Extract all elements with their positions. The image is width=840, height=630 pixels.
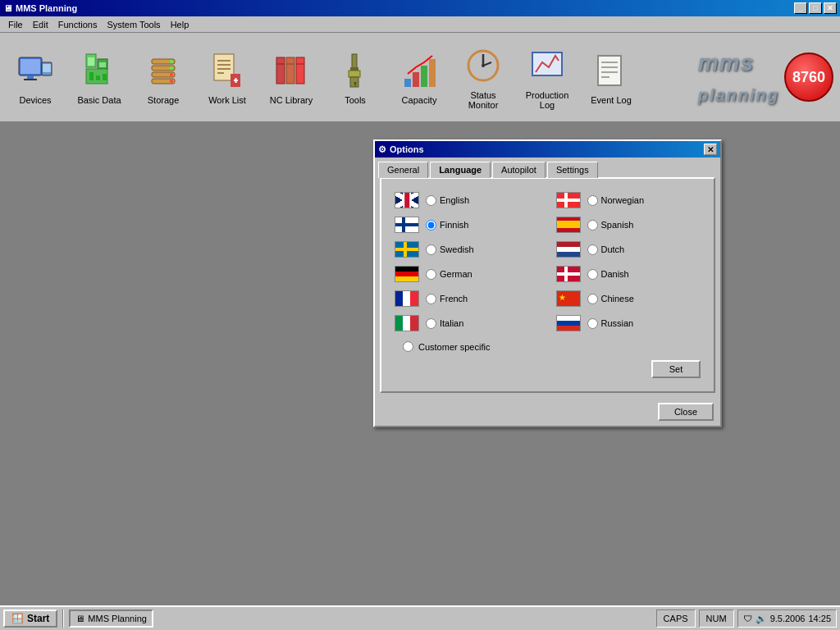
flag-danish [556, 266, 581, 282]
tools-icon [334, 49, 377, 92]
sys-tray-icon2: 🔊 [756, 614, 767, 624]
lang-danish-radio-label[interactable]: Danish [587, 269, 629, 280]
capacity-label: Capacity [402, 95, 437, 105]
menu-system-tools[interactable]: System Tools [102, 18, 165, 31]
menu-help[interactable]: Help [166, 18, 194, 31]
menu-edit[interactable]: Edit [28, 18, 53, 31]
status-monitor-icon [462, 44, 504, 87]
tab-settings[interactable]: Settings [547, 162, 598, 178]
customer-specific-row: Customer specific [395, 341, 701, 352]
lang-swedish-radio-label[interactable]: Swedish [426, 244, 474, 255]
minimize-button[interactable]: _ [794, 2, 807, 14]
production-log-label: Production Log [522, 90, 573, 110]
toolbar-work-list[interactable]: Work List [199, 46, 256, 108]
lang-norwegian-radio-label[interactable]: Norwegian [587, 195, 645, 206]
flag-chinese [556, 290, 581, 307]
title-bar: 🖥 MMS Planning _ □ ✕ [0, 0, 840, 16]
lang-dutch-radio-label[interactable]: Dutch [587, 244, 625, 255]
radio-dutch[interactable] [587, 244, 598, 255]
options-dialog: ⚙ Options ✕ General Language Autopilot S… [373, 139, 722, 427]
close-button[interactable]: ✕ [824, 2, 837, 14]
toolbar-devices[interactable]: Devices [7, 46, 64, 108]
start-label: Start [27, 613, 49, 624]
app-icon: 🖥 [3, 3, 12, 13]
menu-file[interactable]: File [3, 18, 28, 31]
radio-swedish[interactable] [426, 244, 436, 255]
nc-library-label: NC Library [270, 95, 313, 105]
sys-tray: 🛡 🔊 9.5.2006 14:25 [737, 609, 837, 628]
tab-autopilot[interactable]: Autopilot [492, 162, 546, 178]
lang-french: French [395, 290, 540, 307]
lang-dutch: Dutch [556, 241, 701, 258]
toolbar-tools[interactable]: Tools [326, 46, 384, 108]
toolbar-capacity[interactable]: Capacity [390, 46, 448, 108]
storage-label: Storage [148, 95, 180, 105]
dialog-close-icon[interactable]: ✕ [704, 144, 717, 155]
dialog-content: English Norwegian Finnish [380, 177, 715, 393]
radio-russian[interactable] [587, 318, 598, 329]
lang-russian-radio-label[interactable]: Russian [587, 318, 634, 329]
time-display: 14:25 [808, 614, 831, 623]
svg-rect-30 [276, 57, 285, 84]
toolbar-storage[interactable]: Storage [135, 46, 192, 108]
radio-finnish[interactable] [426, 220, 436, 231]
lang-italian-radio-label[interactable]: Italian [426, 318, 463, 329]
svg-rect-2 [27, 75, 34, 79]
toolbar-status-monitor[interactable]: Status Monitor [454, 41, 512, 113]
taskbar: 🪟 Start 🖥 MMS Planning CAPS NUM 🛡 🔊 9.5.… [0, 605, 840, 630]
lang-danish: Danish [556, 266, 701, 282]
radio-chinese[interactable] [587, 294, 598, 304]
title-bar-left: 🖥 MMS Planning [3, 3, 77, 13]
tab-language[interactable]: Language [430, 162, 491, 178]
capacity-icon [398, 49, 441, 92]
basic-data-icon [78, 49, 121, 92]
production-log-icon [526, 44, 568, 87]
start-button[interactable]: 🪟 Start [3, 609, 57, 628]
radio-english[interactable] [426, 195, 436, 206]
svg-rect-13 [103, 74, 107, 80]
radio-german[interactable] [426, 269, 436, 280]
tab-general[interactable]: General [378, 162, 428, 178]
toolbar-event-log[interactable]: Event Log [582, 46, 640, 108]
set-button[interactable]: Set [651, 360, 701, 378]
status-monitor-label: Status Monitor [458, 90, 509, 110]
radio-customer-specific[interactable] [403, 341, 413, 352]
windows-logo: 🪟 [11, 613, 24, 624]
svg-rect-32 [296, 57, 304, 84]
close-button[interactable]: Close [658, 403, 714, 421]
flag-french [395, 290, 419, 307]
lang-french-radio-label[interactable]: French [426, 294, 468, 304]
maximize-button[interactable]: □ [809, 2, 822, 14]
radio-danish[interactable] [587, 269, 598, 280]
toolbar-production-log[interactable]: Production Log [518, 41, 576, 113]
title-bar-controls: _ □ ✕ [794, 2, 837, 14]
language-grid: English Norwegian Finnish [395, 192, 701, 331]
lang-english-radio-label[interactable]: English [426, 195, 469, 206]
svg-rect-31 [286, 57, 294, 84]
flag-italian [395, 315, 419, 331]
lang-spanish-radio-label[interactable]: Spanish [587, 220, 634, 231]
lang-chinese-radio-label[interactable]: Chinese [587, 294, 634, 304]
customer-specific-label: Customer specific [418, 342, 490, 352]
radio-french[interactable] [426, 294, 436, 304]
taskbar-mms-planning[interactable]: 🖥 MMS Planning [69, 609, 153, 628]
radio-spanish[interactable] [587, 220, 598, 231]
flag-uk [395, 192, 419, 208]
svg-rect-11 [89, 72, 94, 80]
svg-point-20 [170, 73, 173, 76]
menu-functions[interactable]: Functions [53, 18, 103, 31]
event-log-label: Event Log [591, 95, 632, 105]
lang-german: German [395, 266, 540, 282]
svg-point-18 [170, 60, 173, 63]
flag-russian [556, 315, 581, 331]
lang-german-radio-label[interactable]: German [426, 269, 472, 280]
radio-norwegian[interactable] [587, 195, 598, 206]
svg-rect-41 [404, 79, 411, 87]
toolbar-nc-library[interactable]: NC Library [262, 46, 320, 108]
toolbar-basic-data[interactable]: Basic Data [71, 46, 128, 108]
svg-rect-37 [350, 67, 358, 71]
radio-italian[interactable] [426, 318, 436, 329]
lang-finnish-radio-label[interactable]: Finnish [426, 220, 468, 231]
set-button-row: Set [395, 360, 701, 378]
svg-point-48 [482, 64, 485, 67]
